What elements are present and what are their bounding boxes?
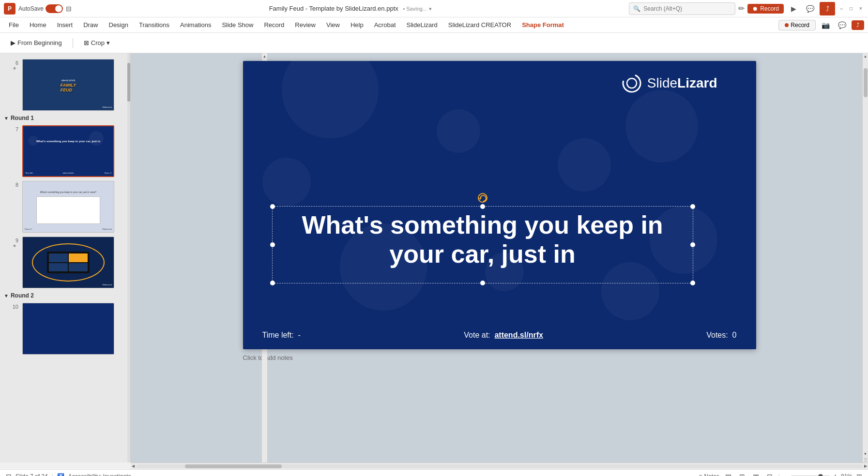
crop-dropdown-icon[interactable]: ▾ <box>107 39 110 46</box>
minimize-button[interactable]: – <box>838 5 845 12</box>
present-icon[interactable]: ▶ <box>787 2 800 15</box>
menu-slideshow[interactable]: Slide Show <box>217 19 258 30</box>
slide-panel-scrollbar[interactable] <box>127 53 130 462</box>
comment-icon[interactable]: 💬 <box>803 2 817 15</box>
vscroll-thumb[interactable] <box>864 68 868 97</box>
accessibility-icon[interactable]: ♿ <box>57 473 64 476</box>
handle-br[interactable] <box>690 281 695 285</box>
section-header-round1[interactable]: ▼ Round 1 <box>0 113 130 123</box>
slide-num-9: 9 <box>11 238 18 243</box>
share-icon[interactable]: ⤴ <box>820 2 835 15</box>
scroll-up-right[interactable]: ▲ <box>864 54 868 59</box>
zoom-value[interactable]: 81% <box>841 473 853 476</box>
view-normal[interactable]: ▤ <box>723 472 733 476</box>
menu-shape-format[interactable]: Shape Format <box>517 19 569 30</box>
slide-thumb-9[interactable]: SlideLizard <box>22 237 114 288</box>
scroll-up-left[interactable]: ▲ <box>263 54 267 59</box>
view-sorter[interactable]: ⊞ <box>737 472 747 476</box>
menu-view[interactable]: View <box>321 19 345 30</box>
menu-animations[interactable]: Animations <box>175 19 216 30</box>
zoom-thumb[interactable] <box>818 474 823 476</box>
menu-insert[interactable]: Insert <box>52 19 78 30</box>
accessibility-label[interactable]: Accessibility: Investigate <box>68 473 131 476</box>
slide-star-9: ★ <box>13 243 16 248</box>
record-button-title[interactable]: ⏺ Record <box>747 4 784 14</box>
h-scrollbar[interactable]: ◀ ▶ <box>131 462 868 469</box>
close-button[interactable]: × <box>857 5 864 12</box>
crop-icon: ⊠ <box>84 39 89 46</box>
click-to-add-notes[interactable]: Click to add notes <box>243 354 756 361</box>
right-vscroll[interactable]: ▲ ▼ <box>862 53 868 462</box>
comment-icon-menu[interactable]: 💬 <box>835 18 849 32</box>
bg-circle-2 <box>625 90 698 163</box>
pencil-icon[interactable]: ✏ <box>738 4 745 13</box>
handle-tl[interactable] <box>270 204 275 209</box>
notes-button[interactable]: ≡ Notes <box>699 473 719 476</box>
h-scroll-right[interactable]: ▶ <box>864 464 867 468</box>
file-title: Family Feud - Template by SlideLizard.en… <box>75 5 626 12</box>
bg-circle-6 <box>437 109 480 153</box>
menu-acrobat[interactable]: Acrobat <box>369 19 401 30</box>
slide-thumb-6[interactable]: attend.sl/nrfx FAMILYFEUD SlideLizard <box>22 59 114 111</box>
crop-button[interactable]: ⊠ Crop ▾ <box>79 37 115 48</box>
saving-label: • Saving... <box>403 6 427 12</box>
slide-view-icon[interactable]: ⊟ <box>6 473 12 476</box>
logo-icon <box>621 73 642 94</box>
toolbar: ▶ From Beginning ⊠ Crop ▾ <box>0 33 868 53</box>
menu-home[interactable]: Home <box>25 19 51 30</box>
scroll-down-right[interactable]: ▼ <box>864 452 868 456</box>
editor-area: ▲ SlideLizard <box>131 53 868 462</box>
scroll-indicators <box>864 458 867 461</box>
menu-design[interactable]: Design <box>104 19 133 30</box>
menu-transitions[interactable]: Transitions <box>134 19 174 30</box>
notes-icon: ≡ <box>699 473 702 476</box>
slide-thumb-10[interactable] <box>22 303 114 355</box>
menu-record[interactable]: Record <box>259 19 289 30</box>
bottom-bar: ⊟ Slide 7 of 24 | ♿ Accessibility: Inves… <box>0 469 868 476</box>
main-slide-canvas[interactable]: SlideLizard <box>243 61 756 349</box>
menu-slidelizard-creator[interactable]: SlideLizard CREATOR <box>443 19 516 30</box>
autosave-label: AutoSave <box>18 5 44 12</box>
title-dropdown[interactable]: ▾ <box>429 6 432 12</box>
search-box[interactable]: 🔍 <box>629 2 735 15</box>
view-reading[interactable]: ▣ <box>751 472 761 476</box>
handle-bc[interactable] <box>480 281 485 285</box>
rotate-handle[interactable] <box>478 193 487 203</box>
format-icon[interactable]: ⊟ <box>66 5 72 13</box>
handle-bl[interactable] <box>270 281 275 285</box>
view-presenter[interactable]: ⊡ <box>765 472 775 476</box>
autosave-toggle[interactable] <box>46 4 63 13</box>
slide-item-6[interactable]: 6 ★ attend.sl/nrfx FAMILYFEUD SlideLizar… <box>0 57 130 113</box>
slide-thumb-8[interactable]: What's something you keep in your car, j… <box>22 181 114 233</box>
slide-panel-scrollthumb[interactable] <box>127 63 130 102</box>
slide-item-7[interactable]: 7 What's something you keep in your car,… <box>0 123 130 179</box>
handle-tc[interactable] <box>480 204 485 209</box>
fit-icon[interactable]: ⊞ <box>856 473 862 476</box>
zoom-out-icon[interactable]: − <box>784 473 787 476</box>
menu-draw[interactable]: Draw <box>78 19 103 30</box>
search-input[interactable] <box>643 5 731 12</box>
separator2: | <box>778 473 780 476</box>
section-header-round2[interactable]: ▼ Round 2 <box>0 290 130 301</box>
autosave-section: AutoSave <box>18 4 63 13</box>
main-question-text[interactable]: What's something you keep in your car, j… <box>272 211 693 269</box>
maximize-button[interactable]: □ <box>848 5 854 12</box>
bg-circle-9 <box>558 138 611 192</box>
h-scroll-thumb[interactable] <box>185 464 282 468</box>
slide-item-8[interactable]: 8 What's something you keep in your car,… <box>0 179 130 235</box>
h-scroll-left[interactable]: ◀ <box>132 464 135 468</box>
slide-item-10[interactable]: 10 <box>0 301 130 357</box>
zoom-in-icon[interactable]: + <box>834 473 837 476</box>
slide-item-9[interactable]: 9 ★ SlideLizard <box>0 235 130 290</box>
slide-thumb-7[interactable]: What's something you keep in your car, j… <box>22 125 114 177</box>
main-layout: 6 ★ attend.sl/nrfx FAMILYFEUD SlideLizar… <box>0 53 868 462</box>
menu-slidelizard[interactable]: SlideLizard <box>402 19 442 30</box>
camera-icon[interactable]: 📷 <box>819 18 832 32</box>
menu-help[interactable]: Help <box>346 19 368 30</box>
menu-file[interactable]: File <box>4 19 24 30</box>
menu-record-button[interactable]: Record <box>778 20 816 30</box>
share-button-menu[interactable]: ⤴ <box>852 20 864 30</box>
from-beginning-button[interactable]: ▶ From Beginning <box>6 37 67 48</box>
menu-bar: File Home Insert Draw Design Transitions… <box>0 17 868 33</box>
menu-review[interactable]: Review <box>290 19 320 30</box>
